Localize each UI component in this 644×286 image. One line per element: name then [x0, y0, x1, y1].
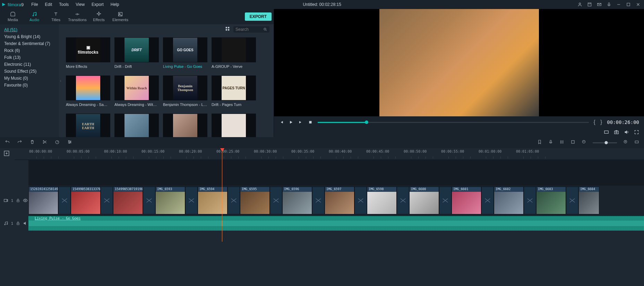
lock-icon[interactable] — [16, 221, 20, 225]
search-icon[interactable] — [263, 27, 267, 32]
asset-card[interactable] — [114, 114, 159, 137]
prev-button[interactable] — [279, 120, 284, 125]
asset-card[interactable]: PAGES TURNDrift - Pages Turn — [212, 75, 256, 107]
transition[interactable] — [397, 187, 409, 214]
category-item[interactable]: Rock (6) — [4, 47, 59, 54]
timeline-ruler[interactable]: 00:00:00:0000:00:05:0000:00:10:0000:00:1… — [15, 148, 644, 160]
zoom-out-icon[interactable] — [582, 140, 586, 146]
category-item[interactable]: All (51) — [4, 26, 59, 33]
transition[interactable] — [143, 187, 155, 214]
eye-icon[interactable] — [23, 198, 28, 203]
video-clip[interactable]: IMG_6595 — [240, 187, 270, 214]
transition[interactable] — [354, 187, 367, 214]
adjust-icon[interactable] — [67, 140, 72, 146]
video-clip[interactable]: IMG_6594 — [198, 187, 227, 214]
grid-view-icon[interactable] — [225, 26, 230, 33]
video-track[interactable]: 15261924125814944_...15499053831337024_.… — [28, 186, 644, 215]
lock-icon[interactable] — [16, 198, 20, 203]
mic-icon[interactable] — [607, 2, 611, 7]
sidebar-collapse-handle[interactable]: ‹ — [59, 24, 62, 137]
category-item[interactable]: Electronic (11) — [4, 61, 59, 68]
transition[interactable] — [227, 187, 240, 214]
tab-media[interactable]: Media — [2, 9, 24, 24]
mixer-icon[interactable] — [559, 140, 564, 146]
snapshot-icon[interactable] — [614, 129, 619, 136]
video-clip[interactable]: IMG_6601 — [452, 187, 481, 214]
add-track-button[interactable] — [3, 150, 10, 157]
account-icon[interactable] — [577, 2, 582, 7]
category-item[interactable]: Young & Bright (14) — [4, 33, 59, 40]
asset-card[interactable]: Always Dreaming - Same ... — [66, 75, 110, 107]
video-clip[interactable]: 15499053831337024_... — [71, 187, 101, 214]
asset-card[interactable]: A-GROUP - Verve — [212, 37, 256, 69]
transition[interactable] — [566, 187, 578, 214]
video-clip[interactable]: IMG_6604 — [578, 187, 599, 214]
asset-card[interactable]: DRIFTDrift - Drift — [114, 37, 159, 69]
menu-export[interactable]: Export — [88, 1, 107, 8]
asset-card[interactable]: EARTH EARTH — [66, 114, 110, 137]
play-button[interactable] — [289, 120, 293, 125]
empty-track[interactable] — [28, 160, 644, 186]
seek-bar[interactable] — [318, 122, 589, 123]
transition[interactable] — [524, 187, 536, 214]
fullscreen-icon[interactable] — [634, 129, 639, 136]
transition[interactable] — [439, 187, 452, 214]
video-clip[interactable]: IMG_6600 — [409, 187, 439, 214]
zoom-fit-icon[interactable] — [634, 140, 639, 146]
tab-transitions[interactable]: Transitions — [67, 9, 88, 24]
undo-icon[interactable] — [5, 140, 10, 146]
menu-file[interactable]: File — [28, 1, 41, 8]
menu-help[interactable]: Help — [107, 1, 123, 8]
tab-effects[interactable]: Effects — [88, 9, 110, 24]
transition[interactable] — [58, 187, 71, 214]
volume-icon[interactable] — [624, 129, 629, 136]
marker-icon[interactable] — [537, 140, 542, 146]
video-clip[interactable]: IMG_6602 — [494, 187, 524, 214]
category-item[interactable]: Tender & Sentimental (7) — [4, 40, 59, 47]
speed-icon[interactable] — [55, 140, 60, 146]
video-clip[interactable]: 15261924125814944_... — [28, 187, 58, 214]
tab-elements[interactable]: Elements — [110, 9, 131, 24]
asset-card[interactable]: ▣ filmstocksMore Effects — [66, 37, 110, 69]
quality-icon[interactable] — [604, 129, 609, 136]
mark-out-icon[interactable]: } — [600, 119, 602, 125]
menu-view[interactable]: View — [72, 1, 88, 8]
asset-card[interactable] — [212, 114, 256, 137]
video-clip[interactable]: 15499053871919093_... — [113, 187, 143, 214]
category-item[interactable]: Folk (13) — [4, 54, 59, 61]
category-item[interactable]: Favourite (0) — [4, 82, 59, 89]
zoom-in-icon[interactable] — [623, 140, 628, 146]
category-item[interactable]: My Music (0) — [4, 75, 59, 82]
video-clip[interactable]: IMG_6596 — [282, 187, 312, 214]
transition[interactable] — [270, 187, 282, 214]
menu-tools[interactable]: Tools — [55, 1, 72, 8]
stop-button[interactable] — [308, 120, 313, 125]
asset-card[interactable]: Within ReachAlways Dreaming - Withi... — [114, 75, 159, 107]
video-clip[interactable]: IMG_6598 — [367, 187, 397, 214]
mail-icon[interactable] — [597, 2, 602, 7]
asset-card[interactable]: Benjamin ThompsonBenjamin Thompson - Lul… — [163, 75, 207, 107]
next-button[interactable] — [298, 120, 303, 125]
crop-icon[interactable] — [570, 140, 575, 146]
search-input[interactable] — [235, 27, 263, 32]
split-icon[interactable] — [42, 140, 47, 146]
asset-card[interactable]: GO GOESLiving Pulse - Go Goes — [163, 37, 207, 69]
audio-clip[interactable]: Living Pulse - Go Goes — [28, 216, 644, 231]
export-button[interactable]: EXPORT — [245, 12, 272, 21]
transition[interactable] — [312, 187, 325, 214]
minimize-icon[interactable] — [616, 2, 621, 7]
save-icon[interactable] — [587, 2, 592, 7]
delete-icon[interactable] — [30, 140, 35, 146]
category-item[interactable]: Sound Effect (25) — [4, 68, 59, 75]
tab-titles[interactable]: Titles — [45, 9, 67, 24]
asset-card[interactable] — [163, 114, 207, 137]
zoom-slider[interactable] — [593, 142, 617, 143]
transition[interactable] — [185, 187, 198, 214]
redo-icon[interactable] — [17, 140, 22, 146]
menu-edit[interactable]: Edit — [42, 1, 56, 8]
transition[interactable] — [101, 187, 113, 214]
mark-in-icon[interactable]: { — [594, 119, 595, 125]
close-icon[interactable] — [636, 2, 641, 7]
video-clip[interactable]: IMG_6597 — [325, 187, 354, 214]
audio-track[interactable]: Living Pulse - Go Goes — [28, 215, 644, 231]
